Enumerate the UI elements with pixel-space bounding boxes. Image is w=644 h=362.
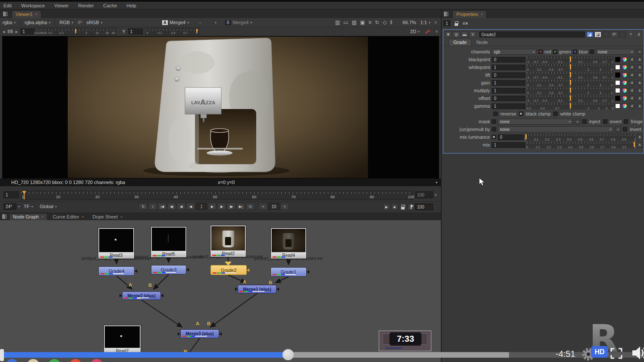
color-swatch[interactable] [615,72,620,78]
split-channels-button[interactable]: 4 [629,103,635,109]
channel-set-dropdown[interactable]: rgba▾ [3,20,16,25]
panel-float-icon[interactable]: ◪ [594,31,601,37]
checkbox-white-clamp[interactable] [553,112,558,116]
play-forward-button[interactable]: ▶ [217,203,226,210]
node-read5[interactable]: Read5 [151,226,187,258]
param-slider[interactable]: -1-0.7-0.4-0.100.10.40.71 [527,56,613,63]
tab-node[interactable]: Node [472,39,492,46]
menu-render[interactable]: Render [78,3,94,8]
checkbox-inject[interactable] [582,119,587,124]
close-icon[interactable]: × [35,12,38,16]
input-b-dropdown[interactable]: B Merge4▾ [225,20,252,25]
status-dropdown-icon[interactable]: ▾ [436,181,437,184]
slider-handle[interactable] [570,95,571,100]
curve-editor-button[interactable]: ∧ [637,103,643,109]
pane-menu-icon[interactable] [3,11,8,17]
tab-grade[interactable]: Grade [449,39,471,46]
color-swatch[interactable] [615,96,620,101]
set-out-button[interactable]: O [246,203,254,210]
timeline-ruler[interactable]: 1102030405060708090100 [21,190,413,200]
param-slider[interactable]: 00.10.40.71234 [527,79,613,86]
node-read2[interactable]: Read2 [210,225,246,257]
param-input-gamma[interactable]: 1 [492,103,525,109]
color-wheel-icon[interactable] [622,65,627,70]
color-swatch[interactable] [615,103,620,109]
pixel-aspect-dropdown[interactable]: 1:1▾ [421,20,430,25]
collapse-chevron-icon[interactable]: » [434,21,439,24]
node-read3[interactable]: Read3 [98,228,135,259]
color-wheel-icon[interactable] [622,72,627,78]
menu-edit[interactable]: Edit [3,3,12,8]
premult-checkbox[interactable] [492,127,496,131]
tab-viewer1[interactable]: Viewer1 × [12,10,41,18]
gain-slider[interactable]: 0.0156250.10.313103064 [38,28,116,35]
curve-editor-button[interactable]: ∧ [637,56,643,62]
input-process-button[interactable]: IP [78,20,82,25]
checkbox-invert[interactable] [623,127,627,131]
equals-button[interactable]: = [575,119,581,125]
lock-range-icon[interactable] [399,203,406,210]
param-input-blackpoint[interactable]: 0 [492,57,525,62]
timeline-chevron-icon[interactable]: » [434,193,439,196]
hide-input-icon[interactable]: ▬ [461,31,468,37]
roi-icon[interactable]: ◇ [383,20,386,25]
mix-input[interactable]: 1 [492,142,525,148]
slider-handle[interactable] [570,87,571,93]
checkbox-reverse[interactable] [493,112,498,116]
view-mode-dropdown[interactable]: 2D▾ [410,29,420,34]
slider-handle[interactable] [570,56,571,62]
channels-dropdown[interactable]: rgb▾ [492,49,537,55]
slider-handle[interactable] [570,72,571,77]
unlock-icon[interactable] [455,23,458,26]
menu-cache[interactable]: Cache [103,3,117,8]
close-icon[interactable]: × [481,12,483,16]
playback-end-box[interactable]: 100 [415,203,433,210]
pause-icon[interactable]: ‖ [390,20,392,25]
loop-mode-button[interactable]: ↻ [139,203,148,210]
viewer-canvas[interactable]: LAVAZZA [2,36,439,178]
color-wheel-icon[interactable] [622,88,627,93]
flipbook-icon[interactable]: ▥ [335,20,340,25]
slider-handle[interactable] [570,80,571,85]
param-slider[interactable]: 0.20.40.712345 [527,103,613,109]
node-read4[interactable]: Read4 [270,228,307,259]
checkbox-black-clamp[interactable]: × [519,112,523,116]
checkbox-invert[interactable] [603,119,607,124]
frame-range-dropdown[interactable]: Global▾ [40,204,57,209]
curve-editor-button[interactable]: ∧ [637,95,643,101]
slider-handle[interactable] [570,103,571,108]
increment-button[interactable]: » [280,203,289,210]
menu-help[interactable]: Help [126,3,136,8]
param-input-gain[interactable]: 1 [492,80,525,86]
undo-icon[interactable]: ↶ [611,31,618,37]
close-icon[interactable]: × [82,215,84,219]
red-checkbox[interactable]: × [538,50,543,54]
tab-properties[interactable]: Properties × [452,10,487,18]
node-grade1[interactable]: Grade1 [270,267,307,277]
max-panels-box[interactable]: 1 [443,20,450,26]
display-mode-dropdown[interactable]: RGB▾ [60,20,73,25]
slider-handle[interactable] [196,29,198,33]
node-merge2[interactable]: Merge2 (plus) [122,291,161,300]
node-graph-canvas[interactable]: product_chapter9_renderpasses.exrproduct… [0,220,441,362]
next-gain-icon[interactable]: ▸ [16,29,18,34]
help-icon[interactable]: ? [627,31,634,37]
center-node-icon[interactable]: ◎ [453,31,460,37]
curve-editor-button[interactable]: ∧ [637,134,643,140]
param-slider[interactable]: -1-0.7-0.4-0.100.10.40.71 [527,72,613,78]
stack-icon[interactable]: ≡ [368,20,371,25]
premult-dropdown[interactable]: none▾ [498,126,613,132]
render-stop-icon[interactable]: ■ [391,203,398,210]
next-keyframe-button[interactable]: |▶ [227,203,236,210]
param-input-lift[interactable]: 0 [492,72,525,78]
split-channels-button[interactable]: 4 [629,95,635,101]
script-icon[interactable]: ∂ [635,31,642,37]
mask-channel-dropdown[interactable]: none▾ [596,49,635,55]
color-wheel-icon[interactable] [622,96,627,101]
play-backward-button[interactable]: ◀ [177,203,185,210]
set-in-button[interactable]: I [148,203,157,210]
prev-keyframe-button[interactable]: ◀| [167,203,176,210]
tab-curve-editor[interactable]: Curve Editor× [49,214,87,220]
split-channels-button[interactable]: 4 [629,56,635,62]
slider-handle[interactable] [75,29,76,33]
